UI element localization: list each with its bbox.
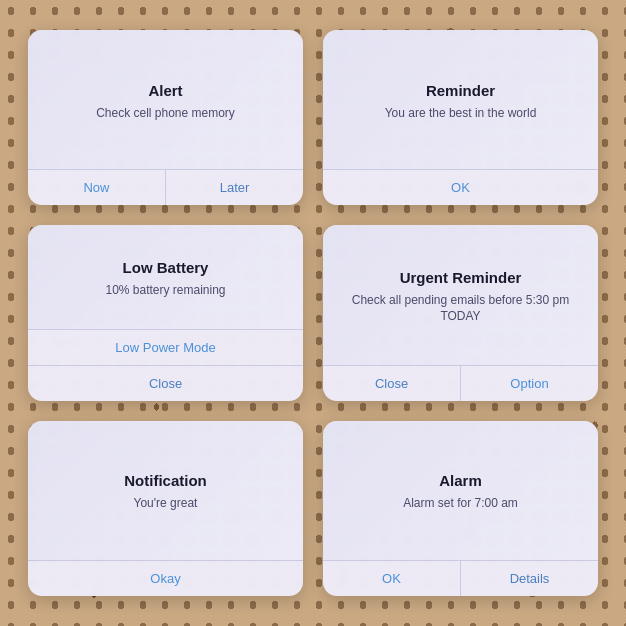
card-body-low-battery: Low Battery10% battery remaining [28,225,303,328]
card-notification: NotificationYou're greatOkay [28,421,303,596]
card-message-notification: You're great [134,495,198,512]
card-message-alert: Check cell phone memory [96,105,235,122]
btn-alert-later[interactable]: Later [165,170,303,205]
btn-alarm-details[interactable]: Details [460,561,598,596]
card-body-reminder: ReminderYou are the best in the world [323,30,598,169]
card-title-low-battery: Low Battery [123,259,209,276]
card-title-notification: Notification [124,472,207,489]
card-actions-urgent-reminder: CloseOption [323,365,598,401]
btn-alert-now[interactable]: Now [28,170,165,205]
card-title-reminder: Reminder [426,82,495,99]
btn-alarm-ok[interactable]: OK [323,561,460,596]
btn-reminder-ok[interactable]: OK [323,170,598,205]
card-alert: AlertCheck cell phone memoryNowLater [28,30,303,205]
card-actions-reminder: OK [323,169,598,205]
card-body-alarm: AlarmAlarm set for 7:00 am [323,421,598,560]
btn-urgent-reminder-option[interactable]: Option [460,366,598,401]
card-message-urgent-reminder: Check all pending emails before 5:30 pm … [339,292,582,326]
card-low-battery: Low Battery10% battery remainingLow Powe… [28,225,303,400]
btn-notification-okay[interactable]: Okay [28,561,303,596]
card-actions-low-battery: Low Power ModeClose [28,329,303,401]
card-title-alarm: Alarm [439,472,482,489]
card-body-urgent-reminder: Urgent ReminderCheck all pending emails … [323,225,598,364]
card-title-alert: Alert [148,82,182,99]
card-message-alarm: Alarm set for 7:00 am [403,495,518,512]
card-alarm: AlarmAlarm set for 7:00 amOKDetails [323,421,598,596]
card-actions-alarm: OKDetails [323,560,598,596]
card-actions-notification: Okay [28,560,303,596]
card-reminder: ReminderYou are the best in the worldOK [323,30,598,205]
card-message-reminder: You are the best in the world [385,105,537,122]
card-urgent-reminder: Urgent ReminderCheck all pending emails … [323,225,598,400]
card-title-urgent-reminder: Urgent Reminder [400,269,522,286]
btn-urgent-reminder-close[interactable]: Close [323,366,460,401]
card-body-notification: NotificationYou're great [28,421,303,560]
card-actions-alert: NowLater [28,169,303,205]
btn-low-battery-close[interactable]: Close [28,365,303,401]
cards-grid: AlertCheck cell phone memoryNowLaterRemi… [0,0,626,626]
card-body-alert: AlertCheck cell phone memory [28,30,303,169]
card-message-low-battery: 10% battery remaining [105,282,225,299]
btn-low-battery-low-power-mode[interactable]: Low Power Mode [28,330,303,365]
